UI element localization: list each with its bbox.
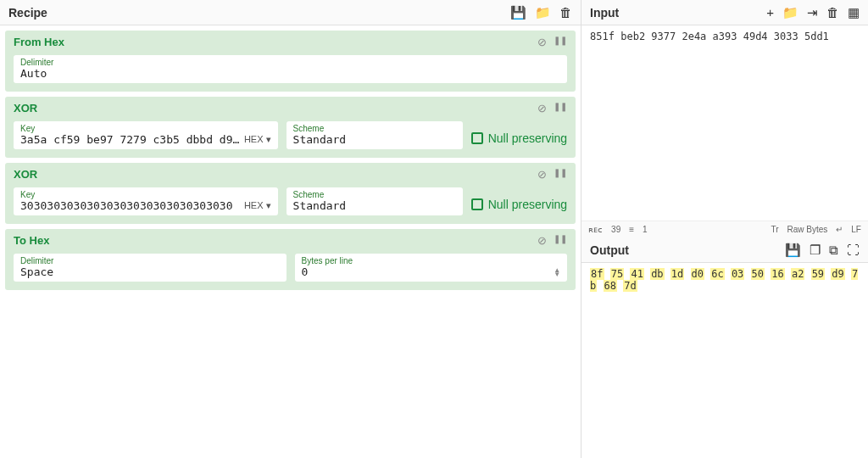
output-byte: 16: [771, 268, 784, 280]
field-label: Key: [20, 190, 271, 199]
field-label: Key: [20, 124, 271, 133]
recipe-header: Recipe 💾 📁 🗑: [0, 0, 581, 25]
number-stepper[interactable]: ▲▼: [554, 268, 560, 276]
import-input-icon[interactable]: ⇥: [807, 6, 818, 19]
field-label: Scheme: [293, 124, 456, 133]
input-textarea[interactable]: 851f beb2 9377 2e4a a393 49d4 3033 5dd1: [581, 25, 868, 221]
input-header: Input + 📁 ⇥ 🗑 ▦: [581, 0, 868, 25]
operation-name: To Hex: [14, 234, 49, 247]
output-byte: 68: [604, 280, 617, 292]
disable-operation-icon[interactable]: ⊘: [537, 168, 547, 181]
field-label: Scheme: [293, 190, 456, 199]
breakpoint-icon[interactable]: ❚❚: [554, 168, 567, 181]
argument-field[interactable]: DelimiterSpace: [14, 254, 287, 282]
input-length: 39: [611, 225, 620, 234]
hex-toggle[interactable]: HEX ▾: [244, 134, 271, 145]
output-byte: 75: [610, 268, 624, 280]
field-label: Bytes per line: [302, 256, 561, 265]
argument-field[interactable]: Key30303030303030303030303030303030HEX ▾: [14, 187, 278, 215]
input-header-icons: + 📁 ⇥ 🗑 ▦: [766, 6, 860, 19]
field-value[interactable]: Space: [20, 265, 280, 278]
operation-icons: ⊘❚❚: [537, 102, 567, 114]
clear-input-icon[interactable]: 🗑: [826, 6, 839, 19]
checkbox-box[interactable]: [471, 132, 483, 144]
checkbox-box[interactable]: [471, 198, 483, 210]
operation-icons: ⊘❚❚: [537, 36, 567, 48]
recipe-body[interactable]: From Hex⊘❚❚DelimiterAutoXOR⊘❚❚Key3a5a cf…: [0, 25, 581, 458]
output-byte: 8f: [590, 268, 604, 280]
field-value[interactable]: Standard: [293, 199, 456, 212]
operation[interactable]: To Hex⊘❚❚DelimiterSpaceBytes per line0▲▼: [5, 229, 576, 290]
output-line: 8f 75 41 db 1d d0 6c 03 50 16 a2 59 d9 7…: [590, 268, 860, 292]
clear-recipe-icon[interactable]: 🗑: [559, 6, 572, 19]
recipe-header-icons: 💾 📁 🗑: [510, 6, 572, 19]
output-header: Output 💾 ❐ ⧉ ⛶: [581, 237, 868, 263]
output-byte: 59: [811, 268, 825, 280]
input-lines: 1: [643, 225, 648, 234]
operation-header: XOR⊘❚❚: [5, 163, 576, 184]
operation[interactable]: XOR⊘❚❚Key3030303030303030303030303030303…: [5, 163, 576, 224]
output-byte: 03: [731, 268, 744, 280]
argument-field[interactable]: SchemeStandard: [287, 121, 463, 149]
disable-operation-icon[interactable]: ⊘: [537, 234, 547, 247]
copy-output-icon[interactable]: ❐: [810, 243, 821, 256]
disable-operation-icon[interactable]: ⊘: [537, 36, 547, 48]
rec-indicator: ʀᴇᴄ: [588, 225, 603, 234]
operation-name: From Hex: [14, 36, 64, 48]
operation-header: From Hex⊘❚❚: [5, 31, 576, 52]
save-output-icon[interactable]: 💾: [785, 243, 801, 256]
null-preserving-checkbox[interactable]: Null preserving: [471, 121, 567, 149]
output-textarea[interactable]: 8f 75 41 db 1d d0 6c 03 50 16 a2 59 d9 7…: [581, 263, 868, 458]
field-label: Delimiter: [20, 58, 560, 67]
reset-layout-icon[interactable]: ▦: [848, 6, 860, 19]
disable-operation-icon[interactable]: ⊘: [537, 102, 547, 114]
operation-body: DelimiterAuto: [5, 52, 576, 92]
operation-body: DelimiterSpaceBytes per line0▲▼: [5, 250, 576, 290]
argument-field[interactable]: Key3a5a cf59 be97 7279 c3b5 dbbd d978…HE…: [14, 121, 278, 149]
replace-input-icon[interactable]: ⧉: [829, 243, 838, 256]
checkbox-label: Null preserving: [488, 198, 567, 211]
recipe-pane: Recipe 💾 📁 🗑 From Hex⊘❚❚DelimiterAutoXOR…: [0, 0, 581, 458]
operation-icons: ⊘❚❚: [537, 234, 567, 247]
operation[interactable]: From Hex⊘❚❚DelimiterAuto: [5, 31, 576, 92]
field-value[interactable]: 3a5a cf59 be97 7279 c3b5 dbbd d978…HEX ▾: [20, 133, 271, 146]
breakpoint-icon[interactable]: ❚❚: [554, 234, 567, 247]
field-value[interactable]: Auto: [20, 67, 560, 80]
load-recipe-icon[interactable]: 📁: [535, 6, 551, 19]
tr-toggle[interactable]: Tr: [771, 225, 778, 234]
argument-field[interactable]: Bytes per line0▲▼: [295, 254, 568, 282]
output-byte: d9: [831, 268, 844, 280]
output-byte: 6c: [710, 268, 724, 280]
input-status-bar: ʀᴇᴄ 39 ≡ 1 Tr Raw Bytes ↵ LF: [581, 221, 868, 237]
operation-header: To Hex⊘❚❚: [5, 229, 576, 250]
breakpoint-icon[interactable]: ❚❚: [554, 102, 567, 114]
breakpoint-icon[interactable]: ❚❚: [554, 36, 567, 48]
operation-name: XOR: [14, 168, 37, 181]
eol-mode[interactable]: LF: [851, 225, 861, 234]
operation[interactable]: XOR⊘❚❚Key3a5a cf59 be97 7279 c3b5 dbbd d…: [5, 97, 576, 158]
add-input-icon[interactable]: +: [766, 6, 774, 19]
recipe-title: Recipe: [8, 6, 47, 20]
lines-icon: ≡: [629, 225, 634, 234]
output-title: Output: [590, 243, 629, 257]
save-recipe-icon[interactable]: 💾: [510, 6, 526, 19]
field-value[interactable]: Standard: [293, 133, 456, 146]
open-file-icon[interactable]: 📁: [782, 6, 798, 19]
hex-toggle[interactable]: HEX ▾: [244, 200, 271, 211]
operation-icons: ⊘❚❚: [537, 168, 567, 181]
raw-bytes-toggle[interactable]: Raw Bytes: [787, 225, 828, 234]
checkbox-label: Null preserving: [488, 131, 567, 145]
output-byte: d0: [691, 268, 704, 280]
input-title: Input: [590, 6, 619, 20]
argument-field[interactable]: SchemeStandard: [287, 187, 463, 215]
operation-header: XOR⊘❚❚: [5, 97, 576, 118]
output-byte: db: [650, 268, 664, 280]
argument-field[interactable]: DelimiterAuto: [14, 55, 567, 83]
output-header-icons: 💾 ❐ ⧉ ⛶: [785, 243, 860, 256]
field-value[interactable]: 30303030303030303030303030303030HEX ▾: [20, 199, 271, 212]
maximize-output-icon[interactable]: ⛶: [847, 243, 860, 256]
field-label: Delimiter: [20, 256, 280, 265]
field-value[interactable]: 0▲▼: [302, 265, 561, 278]
io-pane: Input + 📁 ⇥ 🗑 ▦ 851f beb2 9377 2e4a a393…: [581, 0, 868, 458]
null-preserving-checkbox[interactable]: Null preserving: [471, 187, 567, 215]
